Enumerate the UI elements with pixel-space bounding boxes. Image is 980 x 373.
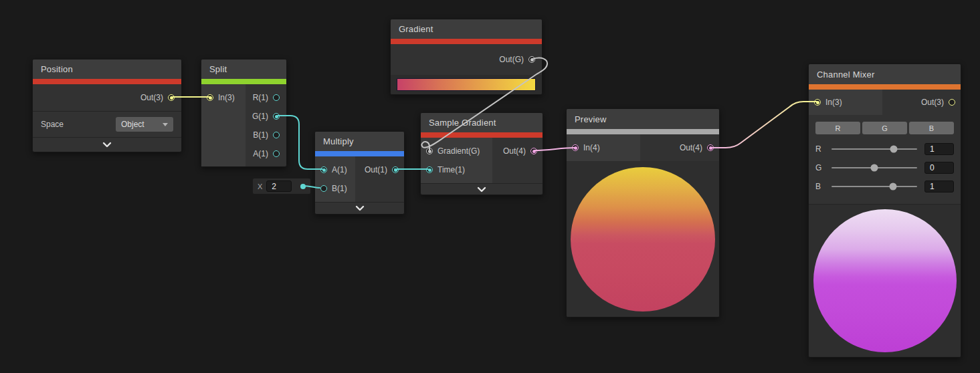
- slider-handle[interactable]: [890, 146, 898, 153]
- slider-value-r[interactable]: 1: [924, 143, 954, 155]
- node-preview[interactable]: Preview In(4) Out(4): [566, 108, 720, 318]
- slider-b[interactable]: [831, 186, 917, 187]
- port-out-vector3[interactable]: [168, 94, 175, 101]
- space-label: Space: [41, 120, 64, 129]
- port-label: Out(3): [921, 98, 944, 107]
- node-split[interactable]: Split In(3) R(1) G(1) B(1): [201, 59, 287, 167]
- accent-bar: [315, 151, 404, 156]
- node-position[interactable]: Position Out(3) Space Object: [32, 59, 182, 152]
- accent-bar: [201, 79, 286, 84]
- collapse-button[interactable]: [315, 203, 404, 214]
- port-out-g[interactable]: [273, 113, 280, 120]
- chevron-down-icon: [355, 205, 365, 211]
- collapse-button[interactable]: [421, 184, 543, 195]
- port-label: Out(4): [680, 143, 702, 152]
- slider-r[interactable]: [831, 148, 917, 150]
- slider-label-b: B: [815, 182, 831, 191]
- value-input[interactable]: 2: [266, 180, 292, 192]
- preview-sphere: [813, 209, 957, 352]
- port-in[interactable]: [814, 99, 821, 106]
- port-in-vector3[interactable]: [207, 94, 213, 101]
- node-title-label: Sample Gradient: [429, 118, 496, 128]
- slider-handle[interactable]: [890, 183, 897, 191]
- node-title-label: Channel Mixer: [817, 70, 874, 80]
- accent-bar: [567, 129, 719, 134]
- preview-sphere: [571, 167, 715, 312]
- node-title-label: Gradient: [399, 24, 433, 34]
- accent-bar: [421, 132, 543, 138]
- port-label: A(1): [253, 149, 268, 158]
- node-title[interactable]: Multiply: [315, 132, 404, 151]
- port-label: A(1): [332, 165, 347, 174]
- channel-tab-b[interactable]: B: [909, 122, 954, 134]
- channel-tab-bar: R G B: [815, 122, 954, 134]
- port-out[interactable]: [392, 166, 399, 173]
- default-value-widget: X 2: [253, 178, 310, 194]
- port-label: B(1): [332, 184, 347, 193]
- port-in[interactable]: [572, 144, 579, 151]
- port-out-a[interactable]: [273, 150, 280, 157]
- port-label: Out(3): [140, 93, 163, 102]
- collapse-button[interactable]: [33, 138, 181, 152]
- port-out[interactable]: [707, 144, 714, 151]
- port-in-gradient[interactable]: [426, 148, 433, 154]
- space-dropdown-value: Object: [121, 120, 144, 129]
- value-connector-dot: [300, 184, 306, 189]
- port-label: Out(G): [499, 55, 524, 64]
- node-title[interactable]: Sample Gradient: [421, 113, 543, 132]
- node-channel-mixer[interactable]: Channel Mixer In(3) Out(3) R G B R: [808, 64, 961, 358]
- node-title[interactable]: Preview: [567, 109, 719, 129]
- node-title[interactable]: Position: [33, 59, 181, 79]
- port-out-gradient[interactable]: [528, 56, 535, 63]
- slider-value-b[interactable]: 1: [924, 180, 954, 193]
- slider-g[interactable]: [831, 167, 917, 168]
- channel-tab-g[interactable]: G: [862, 122, 907, 134]
- wire-preview-to-channel-mixer[interactable]: [711, 102, 817, 148]
- port-in-b[interactable]: [320, 185, 327, 192]
- port-label: Time(1): [437, 165, 465, 174]
- node-title[interactable]: Gradient: [391, 19, 542, 39]
- port-label: R(1): [253, 93, 268, 102]
- port-out-b[interactable]: [273, 132, 280, 138]
- node-title[interactable]: Split: [201, 59, 286, 79]
- accent-bar: [809, 84, 961, 90]
- chevron-down-icon: [476, 186, 487, 193]
- node-title[interactable]: Channel Mixer: [809, 64, 961, 84]
- port-label: Out(4): [503, 146, 526, 156]
- gradient-preview-bar[interactable]: [397, 78, 536, 91]
- port-label: In(3): [825, 98, 842, 107]
- slider-label-r: R: [815, 144, 831, 154]
- axis-label: X: [258, 182, 262, 191]
- accent-bar: [33, 79, 181, 84]
- shader-graph-canvas[interactable]: Position Out(3) Space Object Split: [0, 0, 980, 373]
- accent-bar: [391, 39, 542, 44]
- chevron-down-icon: [102, 142, 112, 148]
- node-multiply[interactable]: Multiply A(1) B(1) Out(1): [314, 131, 405, 215]
- port-out[interactable]: [949, 99, 955, 106]
- port-out-r[interactable]: [273, 94, 280, 101]
- port-label: Out(1): [365, 165, 387, 174]
- slider-handle[interactable]: [871, 164, 878, 172]
- port-label: In(3): [218, 93, 235, 102]
- node-gradient[interactable]: Gradient Out(G): [390, 19, 543, 95]
- space-dropdown[interactable]: Object: [116, 117, 173, 132]
- slider-label-g: G: [815, 163, 831, 172]
- node-title-label: Multiply: [323, 136, 354, 146]
- slider-value-g[interactable]: 0: [924, 162, 954, 174]
- node-title-label: Preview: [575, 114, 607, 124]
- node-title-label: Position: [41, 64, 73, 74]
- port-label: Gradient(G): [437, 146, 480, 156]
- port-label: G(1): [252, 112, 268, 121]
- channel-tab-r[interactable]: R: [815, 122, 860, 134]
- port-label: B(1): [253, 130, 268, 140]
- node-sample-gradient[interactable]: Sample Gradient Gradient(G) Time(1) Out(…: [420, 112, 543, 195]
- port-in-a[interactable]: [320, 166, 327, 173]
- port-label: In(4): [583, 143, 600, 152]
- node-title-label: Split: [209, 64, 227, 74]
- port-in-time[interactable]: [426, 166, 433, 173]
- dropdown-arrow-icon: [163, 123, 168, 126]
- port-out[interactable]: [530, 148, 537, 154]
